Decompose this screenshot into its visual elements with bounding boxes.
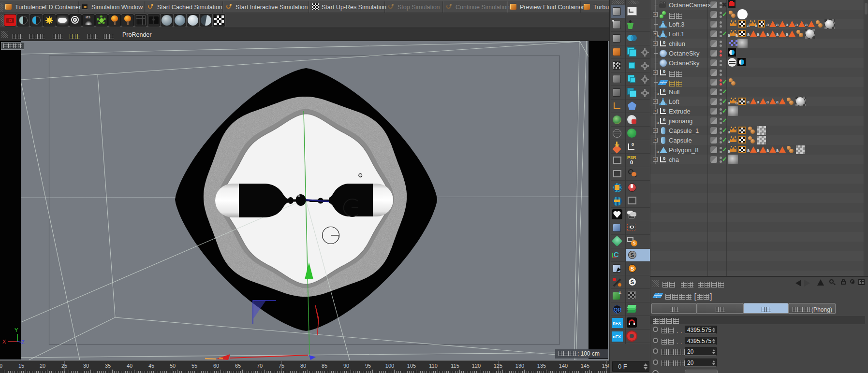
svg-text:X: X [2,339,6,344]
svg-text:Z: Z [21,339,25,345]
svg-text:Y: Y [15,327,18,333]
